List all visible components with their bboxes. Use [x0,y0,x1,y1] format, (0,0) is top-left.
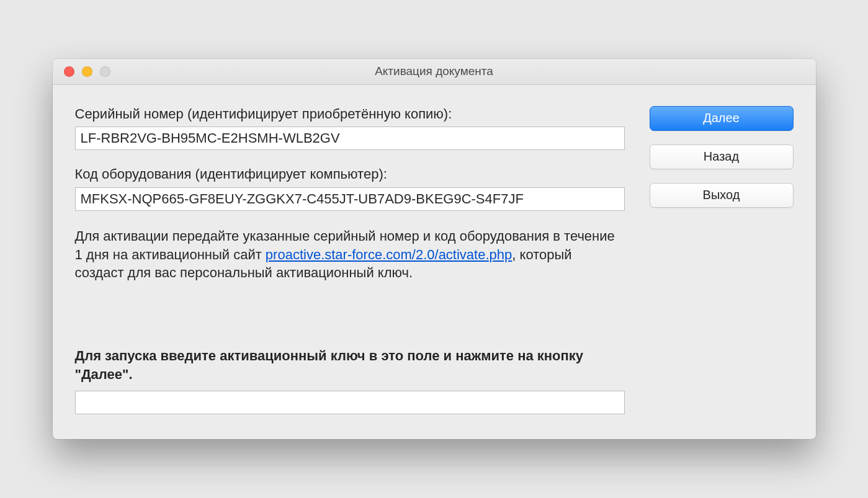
dialog-body: Серийный номер (идентифицирует приобретё… [53,85,816,440]
titlebar: Активация документа [53,59,816,85]
activation-prompt: Для запуска введите активационный ключ в… [75,347,625,383]
button-column: Далее Назад Выход [650,105,794,415]
serial-input[interactable] [75,127,625,150]
activation-link[interactable]: proactive.star-force.com/2.0/activate.ph… [266,247,512,262]
exit-button[interactable]: Выход [650,183,794,208]
serial-label: Серийный номер (идентифицирует приобретё… [75,105,625,123]
activation-dialog: Активация документа Серийный номер (иден… [53,59,816,440]
close-icon[interactable] [64,66,74,77]
minimize-icon[interactable] [82,66,92,77]
activation-key-input[interactable] [75,391,625,414]
window-controls [53,66,110,77]
window-title: Активация документа [53,64,816,78]
maximize-icon [100,66,110,77]
form-area: Серийный номер (идентифицирует приобретё… [75,105,625,415]
instructions-text: Для активации передайте указанные серийн… [75,227,625,282]
hardware-input[interactable] [75,187,625,211]
next-button[interactable]: Далее [650,106,794,131]
hardware-label: Код оборудования (идентифицирует компьют… [75,165,625,184]
back-button[interactable]: Назад [650,145,794,169]
